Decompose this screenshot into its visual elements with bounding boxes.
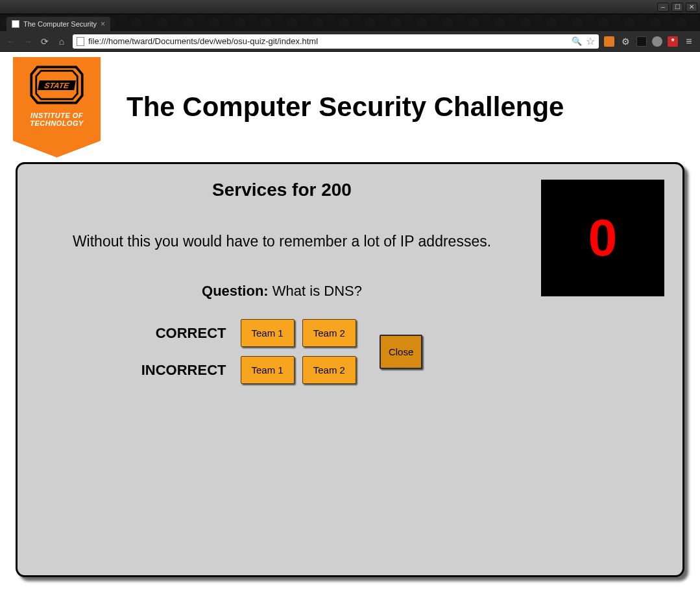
correct-team2-button[interactable]: Team 2 (302, 319, 356, 347)
incorrect-team2-button[interactable]: Team 2 (302, 356, 356, 384)
osu-logo-icon: STATE (26, 62, 88, 108)
correct-team1-button[interactable]: Team 1 (241, 319, 295, 347)
banner-line1: INSTITUTE OF (30, 112, 84, 119)
banner-text: INSTITUTE OF TECHNOLOGY (30, 112, 84, 127)
zoom-icon[interactable]: 🔍 (572, 36, 582, 46)
incorrect-label: INCORRECT (141, 362, 233, 379)
extension-icon-4[interactable]: * (668, 36, 678, 47)
extension-icon-2[interactable] (636, 36, 647, 47)
address-bar[interactable]: 🔍 ☆ (73, 34, 599, 49)
tab-title: The Computer Security (23, 20, 97, 28)
question-card: Services for 200 Without this you would … (16, 162, 684, 577)
browser-tabstrip: The Computer Security × (0, 14, 700, 31)
page-viewport: STATE INSTITUTE OF TECHNOLOGY The Comput… (0, 52, 700, 607)
judging-controls: CORRECT Team 1 Team 2 INCORRECT Team 1 T… (36, 319, 528, 384)
banner-line2: TECHNOLOGY (30, 119, 84, 127)
category-heading: Services for 200 (36, 180, 528, 200)
page-header: STATE INSTITUTE OF TECHNOLOGY The Comput… (0, 52, 700, 162)
window-maximize-button[interactable]: ☐ (671, 3, 683, 12)
settings-gear-icon[interactable]: ⚙ (620, 36, 631, 47)
extension-icon-1[interactable] (604, 36, 614, 47)
answer-line: Question: What is DNS? (36, 283, 528, 300)
countdown-timer: 0 (541, 180, 664, 296)
reload-icon[interactable]: ⟳ (39, 36, 51, 47)
os-titlebar: – ☐ ✕ (0, 0, 700, 14)
close-button[interactable]: Close (380, 335, 422, 369)
window-close-button[interactable]: ✕ (686, 3, 697, 12)
window-minimize-button[interactable]: – (657, 3, 669, 12)
page-title: The Computer Security Challenge (120, 91, 687, 123)
bookmark-star-icon[interactable]: ☆ (586, 35, 595, 47)
timer-value: 0 (588, 208, 618, 268)
browser-toolbar: ← → ⟳ ⌂ 🔍 ☆ ⚙ * ≡ (0, 31, 700, 52)
question-label: Question: (202, 283, 269, 299)
nav-back-icon[interactable]: ← (5, 36, 17, 47)
page-icon (77, 37, 84, 46)
svg-text:STATE: STATE (43, 81, 70, 90)
correct-label: CORRECT (141, 325, 233, 342)
clue-text: Without this you would have to remember … (36, 233, 528, 250)
nav-forward-icon[interactable]: → (22, 36, 34, 47)
browser-menu-icon[interactable]: ≡ (683, 36, 695, 47)
url-input[interactable] (88, 36, 568, 46)
incorrect-team1-button[interactable]: Team 1 (241, 356, 295, 384)
answer-text: What is DNS? (272, 283, 362, 299)
browser-tab[interactable]: The Computer Security × (6, 17, 110, 31)
institute-banner: STATE INSTITUTE OF TECHNOLOGY (13, 57, 101, 158)
tab-close-icon[interactable]: × (101, 19, 105, 29)
home-icon[interactable]: ⌂ (56, 36, 67, 47)
page-favicon-icon (12, 20, 19, 28)
extension-icon-3[interactable] (652, 36, 662, 47)
